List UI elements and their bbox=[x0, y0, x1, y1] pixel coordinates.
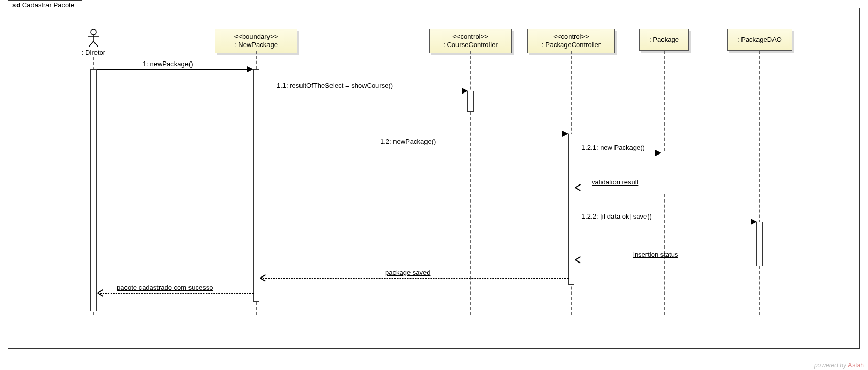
activation-actor bbox=[90, 69, 97, 311]
msg-1-1-arrow bbox=[462, 88, 468, 94]
lifeline-name: : CourseController bbox=[435, 41, 506, 49]
lifeline-name: : Package bbox=[645, 36, 683, 44]
lifeline-coursecontroller bbox=[470, 51, 471, 315]
return-validation-arrow bbox=[575, 184, 581, 191]
activation-packagedao bbox=[756, 222, 763, 266]
actor-label: : Diretor bbox=[78, 49, 109, 56]
return-validation-line bbox=[575, 188, 661, 188]
frame-title: Cadastrar Pacote bbox=[22, 1, 74, 9]
return-insertion-line bbox=[575, 260, 757, 260]
return-package-saved-arrow bbox=[260, 275, 266, 281]
lifeline-name: : PackageController bbox=[533, 41, 609, 49]
watermark: powered by Astah bbox=[814, 362, 864, 369]
return-final-line bbox=[98, 293, 254, 294]
lifeline-head-packagecontroller: <<control>> : PackageController bbox=[527, 29, 615, 53]
return-package-saved-line bbox=[260, 278, 569, 279]
msg-1-arrow bbox=[247, 66, 254, 72]
msg-1-2-2-label: 1.2.2: [if data ok] save() bbox=[581, 212, 652, 220]
return-final-arrow bbox=[98, 290, 104, 296]
watermark-text: powered by bbox=[814, 362, 848, 369]
stereo: <<boundary>> bbox=[220, 33, 292, 41]
svg-line-3 bbox=[89, 41, 93, 47]
msg-1-2-1-label: 1.2.1: new Package() bbox=[581, 144, 645, 151]
msg-1-1-label: 1.1: resultOfTheSelect = showCourse() bbox=[277, 82, 393, 89]
msg-1-2-line bbox=[259, 134, 563, 134]
activation-coursecontroller bbox=[467, 91, 474, 112]
lifeline-head-packagedao: : PackageDAO bbox=[727, 29, 792, 51]
return-insertion-label: insertion status bbox=[633, 251, 678, 258]
watermark-brand: Astah bbox=[848, 362, 864, 369]
activation-newpackage bbox=[253, 69, 259, 302]
lifeline-head-coursecontroller: <<control>> : CourseController bbox=[429, 29, 512, 53]
frame-prefix: sd bbox=[12, 1, 20, 9]
lifeline-name: : PackageDAO bbox=[733, 36, 786, 44]
diagram-frame: sd Cadastrar Pacote : Diretor <<boundary… bbox=[8, 8, 860, 349]
msg-1-2-2-arrow bbox=[751, 219, 757, 225]
activation-package bbox=[661, 153, 667, 194]
msg-1-line bbox=[97, 69, 248, 70]
msg-1-2-1-line bbox=[574, 153, 656, 153]
actor-diretor: : Diretor bbox=[78, 29, 109, 56]
return-package-saved-label: package saved bbox=[385, 269, 430, 276]
stereo: <<control>> bbox=[435, 33, 506, 41]
frame-label: sd Cadastrar Pacote bbox=[8, 0, 89, 10]
lifeline-head-package: : Package bbox=[639, 29, 689, 51]
lifeline-packagedao bbox=[759, 51, 760, 315]
stereo: <<control>> bbox=[533, 33, 609, 41]
msg-1-2-label: 1.2: newPackage() bbox=[380, 137, 436, 145]
msg-1-label: 1: newPackage() bbox=[143, 60, 193, 68]
sequence-diagram-canvas: sd Cadastrar Pacote : Diretor <<boundary… bbox=[0, 0, 868, 370]
return-validation-label: validation result bbox=[592, 178, 638, 186]
return-final-label: pacote cadastrado com sucesso bbox=[117, 284, 213, 291]
msg-1-2-1-arrow bbox=[655, 150, 661, 156]
actor-icon bbox=[86, 29, 101, 48]
activation-packagecontroller bbox=[568, 134, 574, 285]
msg-1-2-arrow bbox=[562, 131, 569, 137]
svg-line-4 bbox=[93, 41, 98, 47]
lifeline-name: : NewPackage bbox=[220, 41, 292, 49]
return-insertion-arrow bbox=[575, 257, 581, 263]
lifeline-head-newpackage: <<boundary>> : NewPackage bbox=[215, 29, 297, 53]
msg-1-1-line bbox=[259, 91, 463, 91]
msg-1-2-2-line bbox=[574, 222, 752, 222]
svg-point-0 bbox=[91, 29, 96, 35]
